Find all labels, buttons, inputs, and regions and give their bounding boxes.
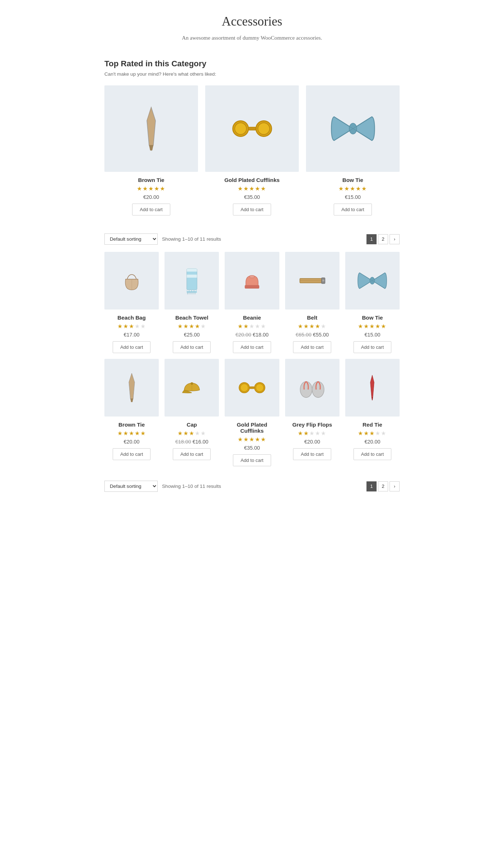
product-name: Bow Tie	[342, 177, 363, 183]
sort-select-bottom[interactable]: Default sorting	[104, 481, 158, 492]
page-1-button[interactable]: 1	[366, 234, 377, 244]
add-to-cart-button[interactable]: Add to cart	[233, 454, 271, 466]
add-to-cart-button[interactable]: Add to cart	[132, 204, 170, 215]
product-name: Beanie	[243, 315, 261, 321]
product-image-box[interactable]	[345, 252, 400, 310]
product-name: Cap	[186, 422, 197, 428]
svg-marker-1	[149, 145, 153, 150]
toolbar-top: Default sorting Showing 1–10 of 11 resul…	[104, 233, 400, 245]
add-to-cart-button[interactable]: Add to cart	[334, 204, 372, 215]
svg-marker-41	[370, 375, 374, 400]
svg-point-35	[240, 384, 248, 391]
add-to-cart-button[interactable]: Add to cart	[233, 341, 271, 353]
product-image-box[interactable]	[205, 85, 299, 172]
product-image-box[interactable]	[225, 252, 279, 310]
svg-marker-29	[129, 373, 135, 402]
next-page-button-bottom[interactable]: ›	[390, 481, 400, 491]
svg-marker-0	[147, 107, 156, 150]
product-name: Beach Towel	[175, 315, 208, 321]
product-card: Cap ★★★★★ €18.00€16.00 Add to cart	[165, 359, 219, 466]
product-image-box[interactable]	[104, 252, 159, 310]
add-to-cart-button[interactable]: Add to cart	[233, 204, 271, 215]
product-stars: ★★★★★	[338, 185, 367, 192]
product-price: €17.00	[124, 332, 140, 338]
product-image-box[interactable]	[285, 252, 339, 310]
product-image-box[interactable]	[345, 359, 400, 417]
product-image-box[interactable]	[104, 85, 198, 172]
page-description: An awesome assortment of dummy WooCommer…	[104, 35, 400, 41]
svg-rect-22	[245, 285, 259, 289]
add-to-cart-button[interactable]: Add to cart	[293, 448, 331, 460]
top-rated-section: Top Rated in this Category Can't make up…	[104, 59, 400, 215]
toolbar-bottom: Default sorting Showing 1–10 of 11 resul…	[104, 481, 400, 492]
add-to-cart-button[interactable]: Add to cart	[354, 448, 391, 460]
product-stars: ★★★★★	[238, 436, 266, 443]
product-image-box[interactable]	[225, 359, 279, 417]
sort-select[interactable]: Default sorting	[104, 233, 158, 245]
product-name: Bow Tie	[362, 315, 383, 321]
product-card: Brown Tie ★★★★★ €20.00 Add to cart	[104, 85, 198, 215]
svg-rect-24	[300, 279, 323, 283]
product-price: €35.00	[244, 445, 260, 451]
products-grid: Beach Bag ★★★★★ €17.00 Add to cart Beach…	[104, 252, 400, 466]
product-card: Beach Bag ★★★★★ €17.00 Add to cart	[104, 252, 159, 353]
add-to-cart-button[interactable]: Add to cart	[293, 341, 331, 353]
showing-text-bottom: Showing 1–10 of 11 results	[162, 484, 221, 489]
product-image-box[interactable]	[306, 85, 400, 172]
top-rated-title: Top Rated in this Category	[104, 59, 400, 68]
add-to-cart-button[interactable]: Add to cart	[354, 341, 391, 353]
product-card: Brown Tie ★★★★★ €20.00 Add to cart	[104, 359, 159, 466]
product-name: Red Tie	[363, 422, 382, 428]
pagination-top: 1 2 ›	[366, 234, 400, 244]
product-price: €35.00	[244, 194, 260, 200]
product-stars: ★★★★★	[238, 323, 266, 330]
product-card: Bow Tie ★★★★★ €15.00 Add to cart	[306, 85, 400, 215]
add-to-cart-button[interactable]: Add to cart	[173, 341, 211, 353]
product-price: €20.00€18.00	[235, 332, 269, 338]
product-image-box[interactable]	[165, 359, 219, 417]
product-image-box[interactable]	[104, 359, 159, 417]
product-price: €20.00	[364, 439, 380, 445]
svg-point-38	[256, 384, 264, 391]
svg-rect-12	[187, 268, 197, 271]
product-price: €25.00	[184, 332, 200, 338]
product-stars: ★★★★★	[358, 430, 387, 437]
product-image-box[interactable]	[165, 252, 219, 310]
page-2-button[interactable]: 2	[378, 234, 388, 244]
svg-rect-5	[248, 127, 256, 130]
product-name: Brown Tie	[118, 422, 145, 428]
page-2-button-bottom[interactable]: 2	[378, 481, 388, 491]
product-name: Grey Flip Flops	[292, 422, 332, 428]
page-1-button-bottom[interactable]: 1	[366, 481, 377, 491]
product-price: €20.00	[124, 439, 140, 445]
product-name: Brown Tie	[138, 177, 164, 183]
product-card: Gold Plated Cufflinks ★★★★★ €35.00 Add t…	[225, 359, 279, 466]
product-stars: ★★★★★	[298, 430, 327, 437]
add-to-cart-button[interactable]: Add to cart	[113, 448, 150, 460]
add-to-cart-button[interactable]: Add to cart	[173, 448, 211, 460]
product-price: €15.00	[345, 194, 361, 200]
add-to-cart-button[interactable]: Add to cart	[113, 341, 150, 353]
product-card: Beanie ★★★★★ €20.00€18.00 Add to cart	[225, 252, 279, 353]
product-card: Beach Towel ★★★★★ €25.00 Add to cart	[165, 252, 219, 353]
product-name: Gold Plated Cufflinks	[225, 422, 279, 434]
product-card: Gold Plated Cufflinks ★★★★★ €35.00 Add t…	[205, 85, 299, 215]
product-stars: ★★★★★	[117, 430, 146, 437]
next-page-button[interactable]: ›	[390, 234, 400, 244]
top-rated-grid: Brown Tie ★★★★★ €20.00 Add to cart Gold …	[104, 85, 400, 215]
product-price: €20.00	[143, 194, 159, 200]
product-price: €15.00	[364, 332, 380, 338]
product-card: Bow Tie ★★★★★ €15.00 Add to cart	[345, 252, 400, 353]
product-stars: ★★★★★	[238, 185, 266, 192]
product-price: €18.00€16.00	[175, 439, 208, 445]
product-name: Gold Plated Cufflinks	[224, 177, 280, 183]
toolbar-left: Default sorting Showing 1–10 of 11 resul…	[104, 233, 221, 245]
product-card: Grey Flip Flops ★★★★★ €20.00 Add to cart	[285, 359, 339, 466]
svg-marker-42	[372, 397, 373, 400]
page-wrapper: Accessories An awesome assortment of dum…	[97, 0, 407, 506]
product-stars: ★★★★★	[177, 430, 206, 437]
svg-rect-13	[187, 275, 197, 277]
svg-point-7	[258, 123, 269, 134]
product-image-box[interactable]	[285, 359, 339, 417]
product-card: Belt ★★★★★ €65.00€55.00 Add to cart	[285, 252, 339, 353]
